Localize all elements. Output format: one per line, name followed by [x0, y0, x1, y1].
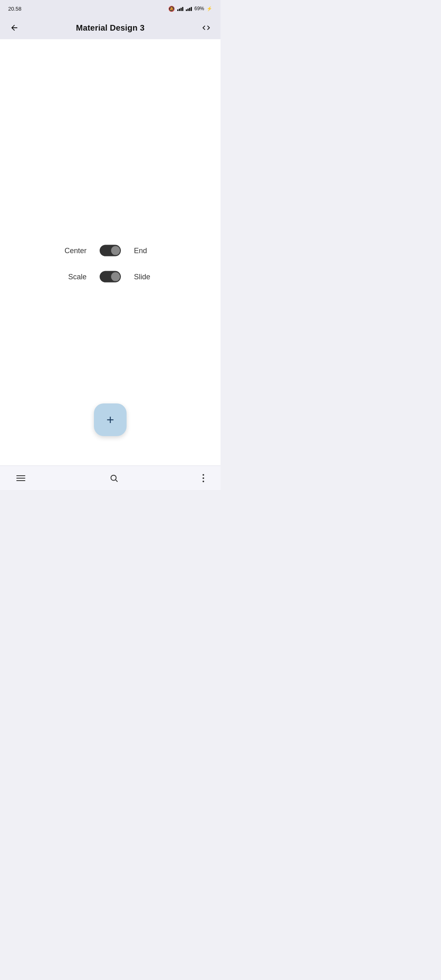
- signal-bars-1: [177, 6, 183, 11]
- transition-toggle-track: [100, 271, 121, 283]
- status-time: 20.58: [8, 6, 22, 12]
- back-button[interactable]: [7, 20, 22, 36]
- slide-label: Slide: [134, 272, 163, 281]
- scale-label: Scale: [58, 272, 87, 281]
- svg-line-1: [116, 480, 117, 481]
- battery-charging-icon: ⚡: [207, 6, 212, 11]
- control-row-transition: Scale Slide: [58, 271, 163, 283]
- main-content: Center End Scale Slide +: [0, 39, 220, 466]
- more-options-button[interactable]: [199, 471, 207, 486]
- search-button[interactable]: [106, 470, 122, 486]
- controls-section: Center End Scale Slide: [58, 245, 163, 283]
- code-button[interactable]: [198, 20, 214, 36]
- app-bar: Material Design 3: [0, 16, 220, 39]
- status-bar: 20.58 🔕 69% ⚡: [0, 0, 220, 16]
- page-title: Material Design 3: [76, 23, 145, 33]
- hamburger-icon: [16, 475, 25, 481]
- more-dots-icon: [203, 474, 204, 482]
- bottom-navigation: [0, 466, 220, 490]
- end-label: End: [134, 246, 163, 255]
- status-icons: 🔕 69% ⚡: [168, 6, 212, 12]
- search-icon: [109, 474, 118, 483]
- alignment-toggle-thumb: [111, 246, 120, 255]
- transition-toggle-thumb: [111, 272, 120, 281]
- fab-container: +: [94, 403, 127, 441]
- center-label: Center: [58, 246, 87, 255]
- menu-button[interactable]: [13, 472, 29, 484]
- battery-level: 69%: [194, 6, 204, 11]
- signal-bars-2: [186, 6, 192, 11]
- add-icon: +: [107, 412, 114, 428]
- control-row-alignment: Center End: [58, 245, 163, 256]
- alignment-toggle[interactable]: [100, 245, 121, 256]
- alignment-toggle-track: [100, 245, 121, 256]
- transition-toggle[interactable]: [100, 271, 121, 283]
- bell-mute-icon: 🔕: [168, 6, 175, 12]
- fab-button[interactable]: +: [94, 403, 127, 436]
